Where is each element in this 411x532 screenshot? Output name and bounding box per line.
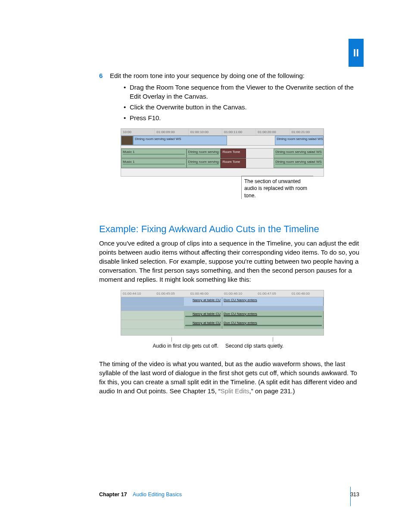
track-spacer: [121, 168, 324, 176]
figure-caption: The section of unwanted audio is replace…: [241, 176, 313, 199]
ruler-tick: 01:00:09:00: [155, 129, 188, 135]
audio-clip: Don CU Nancy enters: [222, 320, 324, 329]
step-text: Edit the room tone into your sequence by…: [110, 71, 359, 80]
audio-clip: Don CU Nancy enters: [222, 311, 324, 320]
audio-track-2: Nancy at table CU Don CU Nancy enters: [121, 320, 324, 329]
video-track: Nancy at table CU Don CU Nancy enters: [121, 297, 324, 306]
audio-track-1: Nancy at table CU Don CU Nancy enters: [121, 311, 324, 320]
step-bullet: Drag the Room Tone sequence from the Vie…: [124, 83, 359, 101]
audio-gap: [246, 159, 274, 168]
figure-room-tone: 10:00 01:00:09:00 01:00:10:00 01:00:11:0…: [121, 128, 359, 199]
timeline-2-ruler: 01:00:44:10 01:00:45:05 01:00:46:00 01:0…: [121, 290, 324, 297]
audio-clip: Dining room serving salad WS: [187, 159, 221, 168]
audio-blank: [121, 311, 184, 320]
ruler-tick: 01:00:46:10: [222, 290, 256, 297]
part-tab: II: [349, 39, 364, 67]
audio-clip: Dining room serving salad WS: [274, 159, 324, 168]
timeline-2: 01:00:44:10 01:00:45:05 01:00:46:00 01:0…: [121, 290, 324, 336]
footer-page-number: 313: [350, 491, 359, 499]
body-1: Once you've edited a group of clips into…: [99, 239, 359, 284]
audio-blank: [121, 320, 184, 329]
step-bullet: Press F10.: [124, 113, 359, 122]
footer-left: Chapter 17 Audio Editing Basics: [99, 491, 182, 499]
video-thumb: [121, 136, 133, 145]
footer-chapter-label: Chapter 17: [99, 492, 127, 498]
audio-gap: [246, 149, 274, 158]
audio-track-2: Music 1 Dining room serving salad WS Roo…: [121, 159, 324, 168]
audio-clip-music: Music 1: [121, 149, 187, 158]
ruler-tick: 01:00:44:10: [121, 290, 155, 297]
footer-chapter-title: Audio Editing Basics: [133, 492, 182, 498]
track-spacer: [121, 146, 324, 149]
video-clip: Dining room serving salad WS: [133, 136, 227, 145]
section-heading: Example: Fixing Awkward Audio Cuts in th…: [99, 223, 359, 236]
video-track: Dining room serving salad WS Dining room…: [121, 136, 324, 146]
audio-track-1: Music 1 Dining room serving salad WS Roo…: [121, 149, 324, 159]
ruler-tick: 10:00: [121, 129, 155, 135]
timeline-1-ruler: 10:00 01:00:09:00 01:00:10:00 01:00:11:0…: [121, 129, 324, 136]
ruler-tick: 01:00:45:05: [155, 290, 188, 297]
text-run: ,” on page 231.): [249, 387, 295, 395]
ruler-tick: 01:00:11:00: [222, 129, 256, 135]
callout-left: Audio in first clip gets cut off.: [121, 337, 222, 350]
video-clip: Nancy at table CU: [184, 297, 222, 306]
audio-clip: Nancy at table CU: [184, 320, 222, 329]
ruler-tick: 01:00:48:00: [290, 290, 324, 297]
ruler-tick: 01:00:20:00: [256, 129, 290, 135]
step-bullet: Click the Overwrite button in the Canvas…: [124, 103, 359, 112]
video-spacer: [121, 306, 324, 311]
ruler-tick: 01:00:10:00: [189, 129, 222, 135]
callout-right: Second clip starts quietly.: [222, 337, 323, 350]
xref-split-edits[interactable]: Split Edits: [221, 387, 249, 395]
audio-clip: Dining room serving salad WS: [274, 149, 324, 158]
video-gap: [227, 136, 275, 145]
step-6: 6 Edit the room tone into your sequence …: [99, 71, 359, 122]
video-blank: [121, 297, 184, 306]
body-paragraph: The timing of the video is what you want…: [99, 359, 359, 395]
audio-clip-music: Music 1: [121, 159, 187, 168]
figure-split-edit: 01:00:44:10 01:00:45:05 01:00:46:00 01:0…: [121, 290, 359, 350]
step-bullets: Drag the Room Tone sequence from the Vie…: [124, 83, 359, 122]
video-blank: [121, 306, 324, 311]
track-spacer: [121, 329, 324, 335]
room-tone-clip: Room Tone: [221, 149, 246, 158]
video-clip: Don CU Nancy enters: [222, 297, 324, 306]
page-body: 6 Edit the room tone into your sequence …: [99, 71, 359, 395]
audio-clip: Nancy at table CU: [184, 311, 222, 320]
room-tone-clip: Room Tone: [221, 159, 246, 168]
page-footer: Chapter 17 Audio Editing Basics 313: [99, 491, 359, 499]
step-number: 6: [99, 71, 103, 80]
body-paragraph: Once you've edited a group of clips into…: [99, 239, 359, 284]
figure-callouts: Audio in first clip gets cut off. Second…: [121, 337, 323, 350]
video-clip: Dining room serving salad WS: [275, 136, 324, 145]
timeline-1: 10:00 01:00:09:00 01:00:10:00 01:00:11:0…: [121, 128, 324, 177]
audio-clip: Dining room serving salad WS: [187, 149, 221, 158]
audio-blank: [121, 329, 324, 335]
ruler-tick: 01:00:47:05: [256, 290, 290, 297]
ruler-tick: 01:00:21:00: [290, 129, 324, 135]
ruler-tick: 01:00:46:00: [189, 290, 222, 297]
